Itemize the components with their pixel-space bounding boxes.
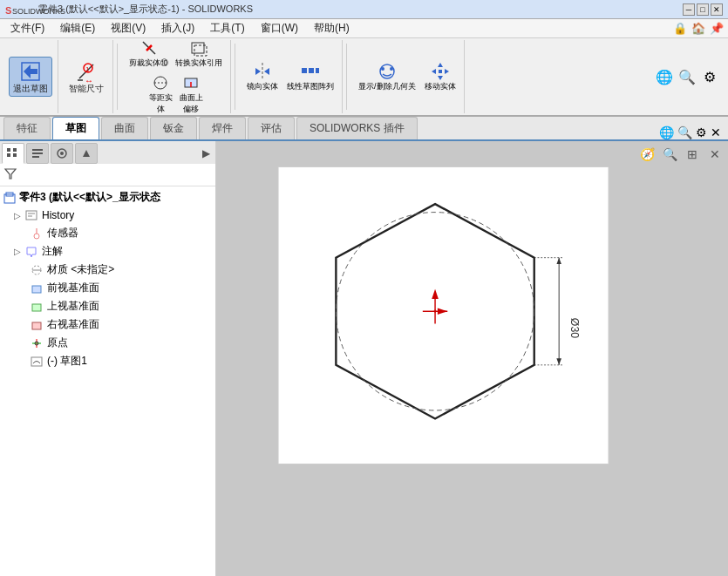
right-plane-icon [30, 318, 44, 332]
solidworks-logo: S SOLIDWORKS [5, 2, 31, 17]
svg-rect-37 [32, 156, 39, 158]
svg-point-47 [34, 234, 39, 239]
filter-icon[interactable] [3, 166, 17, 183]
mirror-icon [253, 62, 272, 81]
svg-point-24 [381, 67, 384, 71]
tree-item-annotation[interactable]: ▷ 注解 [0, 242, 215, 261]
mirror-label: 镜向实体 [247, 81, 278, 92]
face-offset-button[interactable]: 曲面上 偏移 [177, 72, 206, 116]
top-plane-label: 上视基准面 [47, 299, 99, 314]
view-close-icon[interactable]: ✕ [705, 145, 725, 164]
face-icon [181, 73, 201, 92]
svg-rect-32 [7, 153, 10, 157]
tab-options-icon[interactable]: ⚙ [696, 125, 707, 139]
tab-weldment[interactable]: 焊件 [199, 117, 246, 139]
move-icon [431, 62, 450, 81]
menu-edit[interactable]: 编辑(E) [53, 19, 102, 37]
show-relations-button[interactable]: 显示/删除几何关 [356, 61, 418, 93]
menu-help[interactable]: 帮助(H) [307, 19, 357, 37]
menu-insert[interactable]: 插入(J) [154, 19, 201, 37]
search-icon[interactable]: 🏠 [691, 21, 706, 37]
canvas-area[interactable]: Ø30 🧭 🔍 ⊞ ✕ [216, 141, 728, 576]
tab-search-icon[interactable]: 🔍 [677, 125, 692, 139]
svg-text:S: S [5, 5, 11, 16]
menu-window[interactable]: 窗口(W) [254, 19, 305, 37]
svg-rect-33 [13, 148, 17, 152]
sketch-tools-row1: 剪裁实体⑩ 转换实体引用 [126, 37, 225, 70]
maximize-button[interactable]: □ [697, 3, 709, 16]
panel-tab-config[interactable] [51, 143, 73, 164]
tree-item-material[interactable]: 材质 <未指定> [0, 261, 215, 279]
panel-more-arrow[interactable]: ▶ [199, 147, 214, 159]
dimension-label: Ø30 [568, 318, 581, 338]
left-panel: ▶ 零件3 (默认<<默认>_显示状态 ▷ [0, 141, 216, 576]
tab-sheetmetal[interactable]: 钣金 [150, 117, 197, 139]
show-label: 显示/删除几何关 [358, 81, 416, 92]
svg-point-25 [390, 67, 393, 71]
svg-marker-29 [445, 69, 449, 74]
svg-marker-26 [438, 63, 443, 67]
tab-evaluate[interactable]: 评估 [248, 117, 295, 139]
sketch-canvas: Ø30 [260, 159, 643, 472]
view-orient-icon[interactable]: 🧭 [637, 145, 657, 164]
tab-bar: 特征 草图 曲面 钣金 焊件 评估 SOLIDWORKS 插件 🌐 🔍 ⚙ ✕ [0, 117, 728, 141]
trim-entity-button[interactable]: 剪裁实体⑩ [126, 37, 171, 70]
view-zoom-icon[interactable]: 🔍 [660, 145, 679, 164]
exit-sketch-label: 退出草图 [13, 84, 48, 94]
home-icon[interactable]: 📌 [709, 21, 725, 37]
tab-globe-icon[interactable]: 🌐 [659, 125, 674, 139]
show-icon [378, 62, 397, 81]
smart-dim-section: ↔ 1 智能尺寸 [60, 40, 113, 113]
tab-sketch[interactable]: 草图 [52, 117, 99, 139]
tree-item-sketch1[interactable]: (-) 草图1 [0, 352, 215, 370]
svg-rect-44 [26, 211, 37, 220]
exit-sketch-button[interactable]: 退出草图 [9, 57, 52, 97]
options-icon[interactable]: ⚙ [700, 67, 719, 86]
panel-tab-tree[interactable] [2, 143, 24, 164]
menu-file[interactable]: 文件(F) [3, 19, 51, 37]
sketch-tools-section: 剪裁实体⑩ 转换实体引用 [121, 40, 231, 113]
tree-item-history[interactable]: ▷ History [0, 207, 215, 224]
globe-icon[interactable]: 🌐 [655, 67, 674, 86]
linear-array-label: 线性草图阵列 [287, 81, 334, 92]
right-toolbar-icons: 🌐 🔍 ⚙ [650, 40, 725, 113]
menu-tools[interactable]: 工具(T) [203, 19, 251, 37]
linear-array-button[interactable]: 线性草图阵列 [284, 61, 337, 93]
face-label: 曲面上 偏移 [180, 92, 203, 115]
menu-view[interactable]: 视图(V) [104, 19, 153, 37]
smart-dimension-button[interactable]: ↔ 1 智能尺寸 [65, 58, 107, 96]
svg-rect-34 [13, 153, 17, 157]
tab-surface[interactable]: 曲面 [101, 117, 148, 139]
menu-bar: 文件(F) 编辑(E) 视图(V) 插入(J) 工具(T) 窗口(W) 帮助(H… [0, 19, 728, 38]
tree-root-part[interactable]: 零件3 (默认<<默认>_显示状态 [0, 188, 215, 207]
window-title: 零件3 (默认<<默认>_显示状态-1) - SOLIDWORKS [38, 3, 683, 16]
tree-item-front-plane[interactable]: 前视基准面 [0, 279, 215, 297]
right-plane-label: 右视基准面 [47, 317, 99, 332]
tree-item-origin[interactable]: 原点 [0, 334, 215, 352]
mirror-button[interactable]: 镜向实体 [244, 61, 281, 93]
filter-row [0, 164, 215, 186]
toolbar-lock-icon[interactable]: 🔒 [672, 21, 688, 37]
search-bar-icon[interactable]: 🔍 [677, 67, 697, 86]
tree-item-right-plane[interactable]: 右视基准面 [0, 315, 215, 334]
view-section-icon[interactable]: ⊞ [683, 145, 702, 164]
tree-item-sensor[interactable]: 传感器 [0, 224, 215, 242]
panel-tab-properties[interactable] [26, 143, 49, 164]
minimize-button[interactable]: ─ [683, 3, 695, 16]
equal-distance-button[interactable]: 等距实 体 [146, 72, 175, 116]
origin-label: 原点 [47, 335, 68, 350]
svg-marker-18 [255, 68, 261, 75]
convert-entity-button[interactable]: 转换实体引用 [173, 37, 225, 70]
tree-item-top-plane[interactable]: 上视基准面 [0, 297, 215, 315]
tab-close-icon[interactable]: ✕ [711, 125, 721, 139]
tab-plugins[interactable]: SOLIDWORKS 插件 [296, 117, 418, 139]
close-button[interactable]: ✕ [711, 3, 723, 16]
panel-tab-more[interactable] [75, 143, 98, 164]
sketch1-icon [30, 355, 44, 369]
sketch1-label: (-) 草图1 [47, 354, 87, 369]
move-entity-button[interactable]: 移动实体 [422, 61, 459, 93]
svg-rect-35 [32, 149, 43, 151]
tab-features[interactable]: 特征 [3, 117, 51, 139]
svg-marker-28 [432, 69, 436, 74]
smart-dimension-icon: ↔ 1 [74, 59, 99, 84]
